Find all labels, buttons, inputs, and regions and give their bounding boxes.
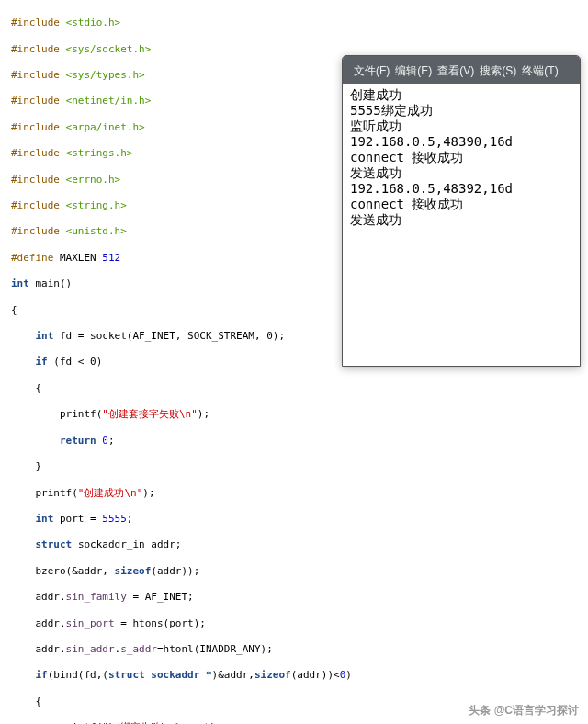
menu-view[interactable]: 查看(V) [437, 63, 474, 79]
terminal-line: 监听成功 [350, 119, 572, 134]
watermark: 头条 @C语言学习探讨 [469, 703, 579, 718]
terminal-line: connect 接收成功 [350, 197, 572, 212]
terminal-line: 发送成功 [350, 212, 572, 228]
terminal-line: connect 接收成功 [350, 150, 572, 165]
terminal-output[interactable]: 创建成功 5555绑定成功 监听成功 192.168.0.5,48390,16d… [343, 84, 580, 366]
terminal-line: 5555绑定成功 [350, 103, 572, 119]
terminal-window: 文件(F) 编辑(E) 查看(V) 搜索(S) 终端(T) 创建成功 5555绑… [342, 55, 581, 367]
terminal-line: 192.168.0.5,48390,16d [350, 134, 572, 150]
terminal-line: 发送成功 [350, 165, 572, 181]
terminal-line: 192.168.0.5,48392,16d [350, 181, 572, 197]
terminal-menubar[interactable]: 文件(F) 编辑(E) 查看(V) 搜索(S) 终端(T) [343, 56, 580, 84]
terminal-line: 创建成功 [350, 87, 572, 103]
menu-file[interactable]: 文件(F) [354, 63, 390, 79]
menu-search[interactable]: 搜索(S) [480, 63, 516, 79]
menu-terminal[interactable]: 终端(T) [522, 63, 558, 79]
menu-edit[interactable]: 编辑(E) [395, 63, 432, 79]
